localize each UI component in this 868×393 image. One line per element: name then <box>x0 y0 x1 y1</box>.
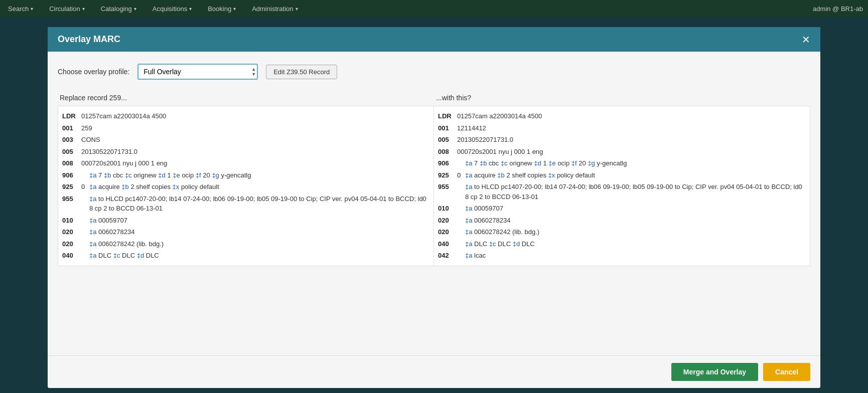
marc-data-008-left: 000720s2001 nyu j 000 1 eng <box>81 158 429 168</box>
marc-data-010-left: ‡a 00059707 <box>89 216 429 226</box>
nav-search-chevron: ▾ <box>31 6 33 12</box>
nav-item-booking[interactable]: Booking ▾ <box>205 0 239 17</box>
marc-row-right-906: 906 ‡a 7 ‡b cbc ‡c orignew ‡d 1 ‡e ocip … <box>438 157 806 169</box>
nav-booking-chevron: ▾ <box>233 6 236 12</box>
nav-cataloging-label: Cataloging <box>101 5 132 13</box>
marc-data-003-left: CONS <box>81 135 429 145</box>
marc-row-left-020a: 020 ‡a 0060278234 <box>62 226 429 238</box>
marc-data-040-right: ‡a DLC ‡c DLC ‡d DLC <box>465 239 806 249</box>
marc-row-left-955: 955 ‡a to HLCD pc1407-20-00; lb14 07-24-… <box>62 193 429 215</box>
marc-tag-ldr-right: LDR <box>438 111 457 121</box>
right-col-header: ...with this? <box>434 92 810 106</box>
nav-item-acquisitions[interactable]: Acquisitions ▾ <box>150 0 195 17</box>
nav-circulation-chevron: ▾ <box>82 6 85 12</box>
modal-backdrop: Overlay MARC ✕ Choose overlay profile: F… <box>0 17 868 393</box>
right-record-content: LDR 01257cam a22003014a 4500 001 1211441… <box>434 106 810 266</box>
marc-tag-955-left: 955 <box>62 194 81 204</box>
marc-data-ldr-left: 01257cam a22003014a 4500 <box>81 111 429 121</box>
nav-item-cataloging[interactable]: Cataloging ▾ <box>98 0 139 17</box>
user-info: admin @ BR1-ab <box>813 5 863 13</box>
marc-ind-925-right: 0 <box>457 170 465 180</box>
user-label: admin @ BR1-ab <box>813 5 863 13</box>
marc-row-right-925: 925 0 ‡a acquire ‡b 2 shelf copies ‡x po… <box>438 169 806 181</box>
marc-row-right-040: 040 ‡a DLC ‡c DLC ‡d DLC <box>438 238 806 250</box>
marc-data-906-right: ‡a 7 ‡b cbc ‡c orignew ‡d 1 ‡e ocip ‡f 2… <box>465 158 806 168</box>
left-record-content: LDR 01257cam a22003014a 4500 001 259 003… <box>58 106 434 266</box>
overlay-marc-modal: Overlay MARC ✕ Choose overlay profile: F… <box>48 27 820 388</box>
nav-acquisitions-chevron: ▾ <box>189 6 192 12</box>
marc-data-001-left: 259 <box>81 123 429 133</box>
marc-row-right-005: 005 20130522071731.0 <box>438 134 806 146</box>
marc-row-left-008: 008 000720s2001 nyu j 000 1 eng <box>62 157 429 169</box>
marc-data-005-right: 20130522071731.0 <box>457 135 806 145</box>
marc-tag-906-right: 906 <box>438 158 457 168</box>
marc-row-left-020b: 020 ‡a 0060278242 (lib. bdg.) <box>62 238 429 250</box>
marc-tag-040-right: 040 <box>438 239 457 249</box>
marc-data-042-right: ‡a lcac <box>465 251 806 261</box>
marc-data-020b-right: ‡a 0060278242 (lib. bdg.) <box>465 227 806 237</box>
marc-tag-008-left: 008 <box>62 158 81 168</box>
profile-row: Choose overlay profile: Full Overlay Par… <box>58 60 810 84</box>
nav-item-administration[interactable]: Administration ▾ <box>249 0 301 17</box>
marc-ind-925-left: 0 <box>81 182 89 192</box>
marc-row-left-005: 005 20130522071731.0 <box>62 146 429 158</box>
nav-item-circulation[interactable]: Circulation ▾ <box>46 0 87 17</box>
marc-row-left-001: 001 259 <box>62 122 429 134</box>
marc-data-020a-left: ‡a 0060278234 <box>89 227 429 237</box>
marc-data-020b-left: ‡a 0060278242 (lib. bdg.) <box>89 239 429 249</box>
marc-row-right-020b: 020 ‡a 0060278242 (lib. bdg.) <box>438 226 806 238</box>
marc-tag-005-left: 005 <box>62 147 81 157</box>
marc-tag-925-left: 925 <box>62 182 81 192</box>
left-col-header: Replace record 259... <box>58 92 434 106</box>
marc-tag-040-left: 040 <box>62 251 81 261</box>
top-nav: Search ▾ Circulation ▾ Cataloging ▾ Acqu… <box>0 0 868 17</box>
marc-data-005-left: 20130522071731.0 <box>81 147 429 157</box>
marc-data-010-right: ‡a 00059707 <box>465 204 806 214</box>
modal-header: Overlay MARC ✕ <box>48 27 820 52</box>
marc-tag-020b-left: 020 <box>62 239 81 249</box>
nav-circulation-label: Circulation <box>49 5 80 13</box>
marc-tag-003-left: 003 <box>62 135 81 145</box>
marc-tag-010-left: 010 <box>62 216 81 226</box>
overlay-profile-select[interactable]: Full Overlay Partial Overlay Add Only <box>137 64 258 80</box>
marc-row-left-010: 010 ‡a 00059707 <box>62 215 429 227</box>
nav-administration-chevron: ▾ <box>296 6 298 12</box>
marc-row-left-925: 925 0 ‡a acquire ‡b 2 shelf copies ‡x po… <box>62 181 429 193</box>
marc-tag-001-left: 001 <box>62 123 81 133</box>
marc-data-020a-right: ‡a 0060278234 <box>465 216 806 226</box>
marc-tag-ldr-left: LDR <box>62 111 81 121</box>
modal-close-button[interactable]: ✕ <box>802 35 810 45</box>
merge-and-overlay-button[interactable]: Merge and Overlay <box>671 363 758 381</box>
marc-data-925-left: ‡a acquire ‡b 2 shelf copies ‡x policy d… <box>89 182 429 192</box>
marc-tag-010-right: 010 <box>438 204 457 214</box>
marc-tag-020a-left: 020 <box>62 227 81 237</box>
marc-tag-955-right: 955 <box>438 182 457 192</box>
marc-tag-925-right: 925 <box>438 170 457 180</box>
marc-row-left-040: 040 ‡a DLC ‡c DLC ‡d DLC <box>62 250 429 262</box>
marc-row-right-001: 001 12114412 <box>438 122 806 134</box>
marc-row-right-042: 042 ‡a lcac <box>438 250 806 262</box>
marc-tag-008-right: 008 <box>438 147 457 157</box>
cancel-button[interactable]: Cancel <box>763 363 810 381</box>
marc-data-906-left: ‡a 7 ‡b cbc ‡c orignew ‡d 1 ‡e ocip ‡f 2… <box>89 170 429 180</box>
edit-z3950-button[interactable]: Edit Z39.50 Record <box>266 65 337 79</box>
marc-row-left-003: 003 CONS <box>62 134 429 146</box>
nav-cataloging-chevron: ▾ <box>134 6 136 12</box>
marc-data-040-left: ‡a DLC ‡c DLC ‡d DLC <box>89 251 429 261</box>
profile-label: Choose overlay profile: <box>58 68 129 76</box>
profile-select-wrapper: Full Overlay Partial Overlay Add Only ▲▼ <box>137 64 258 80</box>
marc-row-left-ldr: LDR 01257cam a22003014a 4500 <box>62 110 429 122</box>
marc-data-ldr-right: 01257cam a22003014a 4500 <box>457 111 806 121</box>
marc-data-955-left: ‡a to HLCD pc1407-20-00; lb14 07-24-00; … <box>89 194 429 214</box>
marc-tag-042-right: 042 <box>438 251 457 261</box>
marc-data-955-right: ‡a to HLCD pc1407-20-00; lb14 07-24-00; … <box>465 182 806 202</box>
marc-row-right-010: 010 ‡a 00059707 <box>438 203 806 215</box>
modal-body[interactable]: Choose overlay profile: Full Overlay Par… <box>48 52 820 355</box>
marc-data-008-right: 000720s2001 nyu j 000 1 eng <box>457 147 806 157</box>
nav-acquisitions-label: Acquisitions <box>153 5 187 13</box>
records-comparison: Replace record 259... ...with this? LDR … <box>58 92 810 266</box>
marc-row-right-020a: 020 ‡a 0060278234 <box>438 215 806 227</box>
marc-row-left-906: 906 ‡a 7 ‡b cbc ‡c orignew ‡d 1 ‡e ocip … <box>62 169 429 181</box>
marc-row-right-ldr: LDR 01257cam a22003014a 4500 <box>438 110 806 122</box>
nav-item-search[interactable]: Search ▾ <box>5 0 36 17</box>
